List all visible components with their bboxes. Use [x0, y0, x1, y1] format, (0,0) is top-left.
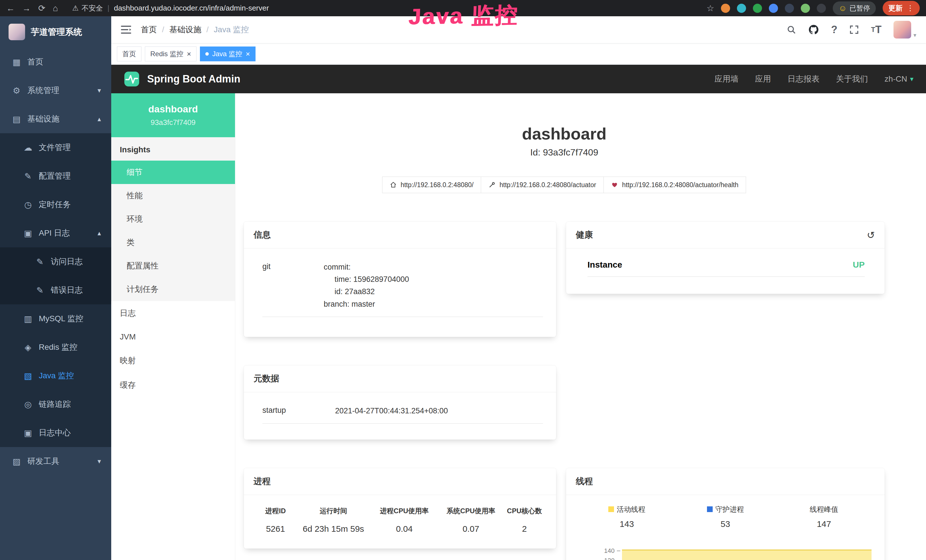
threads-card-header: 线程: [566, 468, 885, 495]
extension-icon-7[interactable]: [817, 4, 826, 13]
user-avatar[interactable]: ▾: [893, 21, 916, 38]
topbar-actions: ? TT ▾: [787, 21, 916, 38]
browser-home-icon[interactable]: ⌂: [53, 3, 58, 13]
paused-badge[interactable]: ☺ 已暂停: [833, 2, 876, 15]
chrome-update-button[interactable]: 更新 ⋮: [883, 1, 920, 15]
sidebar-item-mysql-monitor[interactable]: ▥ MySQL 监控: [0, 304, 111, 333]
page-subtitle: Id: 93a3fc7f7409: [244, 147, 885, 158]
card-title: 信息: [254, 229, 271, 241]
health-card-header: 健康 ↺: [566, 222, 885, 248]
extension-icon-1[interactable]: [721, 4, 730, 13]
process-col-proc-cpu: 进程CPU使用率: [371, 502, 437, 519]
sba-item-config-props[interactable]: 配置属性: [111, 254, 235, 278]
extension-icon-4[interactable]: [769, 4, 778, 13]
sba-nav-journal[interactable]: 日志报表: [788, 74, 820, 85]
info-row-git: git commit: time: 1596289704000 id: 27aa…: [262, 257, 543, 317]
sidebar-item-java-monitor[interactable]: ▧ Java 监控: [0, 362, 111, 390]
chevron-up-icon: ▴: [98, 115, 101, 123]
reload-icon[interactable]: ⟳: [38, 3, 45, 13]
breadcrumb-separator: /: [206, 25, 209, 34]
git-commit-line: commit:: [324, 261, 543, 273]
clock-icon: ◷: [23, 200, 33, 210]
help-icon[interactable]: ?: [831, 24, 837, 36]
extension-icon-6[interactable]: [801, 4, 810, 13]
info-value: commit: time: 1596289704000 id: 27aa832 …: [324, 261, 543, 310]
chevron-down-icon: ▾: [910, 75, 914, 83]
close-tab-icon[interactable]: ×: [187, 50, 191, 58]
extension-icon-5[interactable]: [785, 4, 794, 13]
extension-icon-2[interactable]: [737, 4, 746, 13]
instance-actuator-link[interactable]: http://192.168.0.2:48080/actuator: [481, 177, 604, 193]
browser-actions: ☆ ☺ 已暂停 更新 ⋮: [707, 1, 920, 15]
hamburger-icon[interactable]: [121, 25, 131, 34]
sba-brand-title[interactable]: Spring Boot Admin: [147, 73, 241, 85]
sidebar-item-log-center[interactable]: ▣ 日志中心: [0, 419, 111, 447]
instance-title-block: dashboard Id: 93a3fc7f7409: [244, 93, 885, 158]
sidebar-item-label: 访问日志: [51, 256, 83, 267]
back-icon[interactable]: ←: [6, 3, 15, 13]
github-icon[interactable]: [808, 24, 819, 35]
admin-sidebar: 芋道管理系统 ▦ 首页 ⚙ 系统管理 ▾ ▤ 基础设施 ▴ ☁ 文件管理: [0, 16, 111, 560]
legend-label: 线程峰值: [809, 505, 838, 514]
sba-item-mappings[interactable]: 映射: [111, 348, 235, 373]
sba-item-beans[interactable]: 类: [111, 231, 235, 254]
breadcrumb-home[interactable]: 首页: [141, 24, 157, 35]
sidebar-item-dev-tools[interactable]: ▨ 研发工具 ▾: [0, 447, 111, 475]
security-chip[interactable]: ⚠ 不安全: [72, 3, 103, 13]
api-logs-submenu: ✎ 访问日志 ✎ 错误日志: [0, 247, 111, 304]
tab-redis-monitor[interactable]: Redis 监控 ×: [145, 47, 197, 61]
git-time-line: time: 1596289704000: [324, 273, 543, 286]
extension-icon-3[interactable]: [753, 4, 762, 13]
browser-menu-icon[interactable]: ⋮: [906, 4, 914, 12]
sidebar-item-file-management[interactable]: ☁ 文件管理: [0, 133, 111, 162]
sba-item-environment[interactable]: 环境: [111, 207, 235, 231]
sidebar-item-system-management[interactable]: ⚙ 系统管理 ▾: [0, 76, 111, 105]
sidebar-item-api-logs[interactable]: ▣ API 日志 ▴: [0, 219, 111, 247]
sba-item-caches[interactable]: 缓存: [111, 373, 235, 397]
threads-card-body: 活动线程 143 守护进程: [566, 495, 885, 560]
locale-label: zh-CN: [885, 74, 907, 83]
bookmark-star-icon[interactable]: ☆: [707, 3, 714, 13]
sidebar-item-access-logs[interactable]: ✎ 访问日志: [0, 247, 111, 276]
sidebar-item-infrastructure[interactable]: ▤ 基础设施 ▴: [0, 105, 111, 133]
sba-item-scheduled-tasks[interactable]: 计划任务: [111, 278, 235, 301]
sba-item-details[interactable]: 细节: [111, 160, 235, 184]
sba-nav-about[interactable]: 关于我们: [836, 74, 868, 85]
sidebar-item-label: 文件管理: [39, 142, 71, 153]
threads-card: 线程 活动线程: [566, 468, 885, 560]
close-tab-icon[interactable]: ×: [246, 50, 250, 58]
sidebar-item-redis-monitor[interactable]: ◈ Redis 监控: [0, 333, 111, 362]
sba-navbar: Spring Boot Admin 应用墙 应用 日志报表 关于我们 zh-CN…: [111, 65, 926, 93]
instance-home-link[interactable]: http://192.168.0.2:48080/: [382, 177, 481, 193]
legend-daemon-threads: 守护进程 53: [676, 505, 775, 529]
sba-item-metrics[interactable]: 性能: [111, 184, 235, 207]
forward-icon[interactable]: →: [22, 3, 31, 13]
tab-home[interactable]: 首页: [117, 47, 141, 61]
sidebar-item-error-logs[interactable]: ✎ 错误日志: [0, 276, 111, 304]
smiley-icon: ☺: [838, 4, 847, 12]
url-text[interactable]: dashboard.yudao.iocoder.cn/infra/admin-s…: [114, 4, 269, 12]
sidebar-item-config-management[interactable]: ✎ 配置管理: [0, 162, 111, 190]
sba-nav-wallboard[interactable]: 应用墙: [715, 74, 738, 85]
address-bar[interactable]: ⚠ 不安全 | dashboard.yudao.iocoder.cn/infra…: [72, 3, 699, 13]
process-col-cores: CPU核心数: [504, 502, 545, 519]
sba-item-loggers[interactable]: 日志: [111, 301, 235, 325]
history-icon[interactable]: ↺: [867, 229, 875, 241]
dashboard-icon: ▦: [11, 57, 22, 67]
instance-health-link[interactable]: http://192.168.0.2:48080/actuator/health: [604, 177, 746, 193]
sba-nav-applications[interactable]: 应用: [755, 74, 771, 85]
breadcrumb-infrastructure[interactable]: 基础设施: [169, 24, 201, 35]
font-size-icon[interactable]: TT: [871, 24, 882, 36]
legend-live-threads: 活动线程 143: [578, 505, 676, 529]
sidebar-item-scheduled-tasks[interactable]: ◷ 定时任务: [0, 190, 111, 219]
fullscreen-icon[interactable]: [849, 25, 859, 35]
app-logo-row: 芋道管理系统: [0, 16, 111, 48]
instance-header[interactable]: dashboard 93a3fc7f7409: [111, 93, 235, 137]
sba-item-jvm[interactable]: JVM: [111, 325, 235, 348]
legend-peak-threads: 线程峰值 147: [775, 505, 873, 529]
search-icon[interactable]: [787, 25, 796, 35]
sidebar-item-home[interactable]: ▦ 首页: [0, 48, 111, 76]
tab-java-monitor[interactable]: Java 监控 ×: [200, 47, 256, 61]
sidebar-item-trace[interactable]: ◎ 链路追踪: [0, 390, 111, 419]
locale-selector[interactable]: zh-CN ▾: [885, 74, 914, 83]
